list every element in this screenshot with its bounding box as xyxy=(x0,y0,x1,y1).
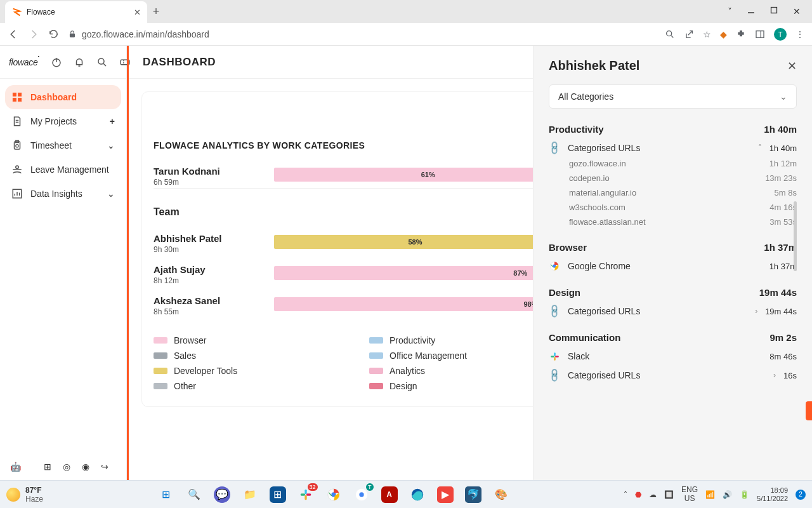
lock-icon[interactable] xyxy=(68,30,77,39)
url-row[interactable]: w3schools.com4m 16s xyxy=(549,203,797,212)
kebab-menu-icon[interactable]: ⋮ xyxy=(796,29,804,39)
weather-widget[interactable]: 87°F Haze xyxy=(6,486,43,504)
file-explorer-icon[interactable]: 📁 xyxy=(242,486,258,503)
row-categorised-urls[interactable]: 🔗 Categorised URLs ˄ 1h 40m xyxy=(549,142,797,154)
url-row[interactable]: flowace.atlassian.net3m 53s xyxy=(549,217,797,227)
document-icon xyxy=(11,116,23,127)
chevron-down-icon[interactable]: ˅ xyxy=(728,6,732,17)
clock[interactable]: 18:095/11/2022 xyxy=(757,486,788,502)
svg-rect-37 xyxy=(554,357,556,361)
link-icon: 🔗 xyxy=(546,303,562,319)
ms-store-icon[interactable]: ⊞ xyxy=(270,486,286,503)
chevron-down-icon: ⌄ xyxy=(107,189,115,199)
tray-app-icon[interactable]: ⬣ xyxy=(635,490,641,499)
flowace-favicon-icon xyxy=(11,7,22,17)
section-browser: Browser 1h 37m Google Chrome 1h 37m xyxy=(549,242,797,272)
sidebar-item-dashboard[interactable]: Dashboard xyxy=(5,85,121,109)
svg-rect-42 xyxy=(306,493,311,495)
notifications-icon[interactable]: 2 xyxy=(796,490,806,500)
android-icon[interactable]: 🤖 xyxy=(10,462,21,472)
battery-icon[interactable]: 🔋 xyxy=(740,490,749,499)
svg-rect-5 xyxy=(756,30,764,37)
row-design-urls[interactable]: 🔗 Categorised URLs › 19m 44s xyxy=(549,305,797,317)
leave-icon xyxy=(11,164,23,175)
reload-icon[interactable] xyxy=(48,29,59,39)
nav-back-icon[interactable] xyxy=(8,29,19,40)
chrome-taskbar-icon[interactable] xyxy=(325,486,342,503)
clipboard-icon xyxy=(11,140,23,151)
share-arrow-icon[interactable]: ↪ xyxy=(101,462,108,472)
slack-taskbar-icon[interactable]: 32 xyxy=(298,486,314,503)
page-title: DASHBOARD xyxy=(143,56,216,69)
svg-rect-2 xyxy=(70,33,75,37)
panel-title: Abhishek Patel xyxy=(549,58,639,73)
brand-logo[interactable]: flowace• xyxy=(9,57,39,67)
url-text[interactable]: gozo.flowace.in/main/dashboard xyxy=(82,29,209,39)
search-icon[interactable] xyxy=(96,57,108,68)
plus-icon[interactable]: + xyxy=(110,116,115,126)
sidebar-item-leave-management[interactable]: Leave Management xyxy=(5,157,121,182)
new-tab-button[interactable]: + xyxy=(147,5,165,18)
chevron-right-icon: › xyxy=(773,371,776,380)
tray-chevron-icon[interactable]: ˄ xyxy=(624,490,627,499)
share-icon[interactable] xyxy=(684,29,694,39)
svg-point-22 xyxy=(16,166,19,169)
windows-taskbar: 87°F Haze ⊞ 🔍 💬 📁 ⊞ 32 T A ▶ 🐬 🎨 ˄ ⬣ ☁ 🔲 xyxy=(0,480,812,508)
chrome-icon[interactable]: ◎ xyxy=(63,462,70,472)
svg-rect-13 xyxy=(13,93,16,96)
firefox-icon[interactable]: ◉ xyxy=(82,462,89,472)
close-window-icon[interactable]: ✕ xyxy=(793,6,801,17)
tray-misc-icon[interactable]: 🔲 xyxy=(664,490,674,499)
chat-icon[interactable]: 💬 xyxy=(214,486,230,503)
svg-rect-40 xyxy=(300,493,305,495)
category-select[interactable]: All Categories ⌄ xyxy=(549,84,797,109)
tab-close-icon[interactable]: ✕ xyxy=(134,8,141,17)
volume-icon[interactable]: 🔊 xyxy=(723,490,732,499)
sidebar-item-label: Data Insights xyxy=(30,189,82,199)
panel-close-icon[interactable]: ✕ xyxy=(787,59,797,73)
browser-tab[interactable]: Flowace ✕ xyxy=(5,1,147,23)
sidebar-item-data-insights[interactable]: Data Insights ⌄ xyxy=(5,182,121,206)
taskbar-search-icon[interactable]: 🔍 xyxy=(186,486,202,503)
svg-point-9 xyxy=(98,58,104,64)
chrome-canary-icon[interactable]: T xyxy=(353,486,370,503)
sidepanel-icon[interactable] xyxy=(755,29,765,39)
url-row[interactable]: gozo.flowace.in1h 12m xyxy=(549,159,797,168)
star-icon[interactable]: ☆ xyxy=(703,29,711,39)
paint-icon[interactable]: 🎨 xyxy=(493,486,509,503)
url-row[interactable]: material.angular.io5m 8s xyxy=(549,188,797,197)
onedrive-icon[interactable]: ☁ xyxy=(649,490,657,499)
sidebar-item-my-projects[interactable]: My Projects + xyxy=(5,109,121,133)
zoom-icon[interactable] xyxy=(665,29,675,39)
maximize-icon[interactable] xyxy=(770,6,778,17)
legend-item: Design xyxy=(369,381,547,391)
mysql-icon[interactable]: 🐬 xyxy=(465,486,481,503)
minimize-icon[interactable] xyxy=(747,6,755,17)
profile-avatar[interactable]: T xyxy=(774,28,787,41)
row-slack[interactable]: Slack 8m 46s xyxy=(549,351,797,362)
extensions-icon[interactable] xyxy=(736,29,746,39)
detail-panel: Abhishek Patel ✕ All Categories ⌄ Produc… xyxy=(533,46,812,480)
anydesk-icon[interactable]: ▶ xyxy=(437,486,454,503)
chevron-down-icon: ⌄ xyxy=(107,140,115,150)
legend-item: Sales xyxy=(154,351,331,361)
windows-icon[interactable]: ⊞ xyxy=(44,462,51,472)
start-icon[interactable]: ⊞ xyxy=(158,486,174,503)
acrobat-icon[interactable]: A xyxy=(381,486,398,503)
scrollbar[interactable] xyxy=(794,201,797,271)
bell-icon[interactable] xyxy=(74,57,85,68)
row-google-chrome[interactable]: Google Chrome 1h 37m xyxy=(549,260,797,272)
tab-title: Flowace xyxy=(27,8,55,17)
svg-rect-35 xyxy=(554,352,556,356)
sun-icon xyxy=(6,488,20,502)
sidebar-item-timesheet[interactable]: Timesheet ⌄ xyxy=(5,133,121,157)
power-icon[interactable] xyxy=(51,57,62,68)
url-row[interactable]: codepen.io13m 23s xyxy=(549,173,797,183)
metamask-icon[interactable]: ◆ xyxy=(720,29,727,39)
grid-icon xyxy=(11,91,23,103)
feedback-tab[interactable] xyxy=(806,401,812,420)
chevron-down-icon: ⌄ xyxy=(780,91,787,102)
wifi-icon[interactable]: 📶 xyxy=(705,490,715,499)
row-comm-urls[interactable]: 🔗 Categorised URLs › 16s xyxy=(549,370,797,381)
edge-icon[interactable] xyxy=(409,486,426,503)
